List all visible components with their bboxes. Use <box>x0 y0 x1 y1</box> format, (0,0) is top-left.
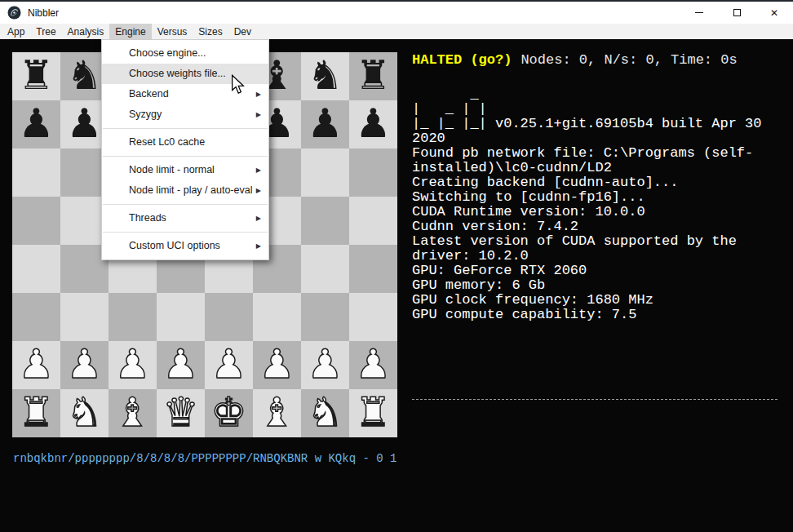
menu-item-label: Custom UCI options <box>129 240 220 251</box>
engine-status-halted: HALTED (go?) <box>412 52 512 68</box>
square-b2[interactable]: ♟ <box>60 341 109 389</box>
square-f3[interactable] <box>253 293 301 341</box>
square-h6[interactable] <box>349 149 397 197</box>
piece-white-knight: ♞ <box>301 389 349 437</box>
square-g8[interactable]: ♞ <box>301 52 349 100</box>
square-g7[interactable]: ♟ <box>301 100 349 149</box>
piece-white-pawn: ♟ <box>253 341 301 388</box>
menu-item-syzygy[interactable]: Syzygy▶ <box>102 104 268 125</box>
close-button[interactable]: ✕ <box>755 2 793 24</box>
square-h5[interactable] <box>349 197 397 245</box>
square-a5[interactable] <box>12 197 60 245</box>
piece-white-pawn: ♟ <box>205 341 253 388</box>
square-a6[interactable] <box>12 149 60 197</box>
maximize-button[interactable] <box>718 2 755 24</box>
menu-item-reset-lc0-cache[interactable]: Reset Lc0 cache <box>102 132 268 153</box>
square-b3[interactable] <box>60 293 109 341</box>
square-h1[interactable]: ♜ <box>349 389 397 437</box>
square-h7[interactable]: ♟ <box>349 100 397 149</box>
menu-item-label: Backend <box>129 88 169 100</box>
piece-white-rook: ♜ <box>12 389 60 437</box>
square-c3[interactable] <box>109 293 157 341</box>
menu-item-node-limit-play-autoeval[interactable]: Node limit - play / auto-eval▶ <box>102 180 268 201</box>
menubar-item-tree[interactable]: Tree <box>30 24 61 39</box>
square-a3[interactable] <box>12 293 60 341</box>
menubar-item-sizes[interactable]: Sizes <box>193 24 228 39</box>
square-e2[interactable]: ♟ <box>205 341 253 389</box>
square-f2[interactable]: ♟ <box>253 341 301 389</box>
square-a1[interactable]: ♜ <box>12 389 60 437</box>
menu-item-label: Node limit - play / auto-eval <box>129 184 252 196</box>
square-g2[interactable]: ♟ <box>301 341 349 389</box>
mouse-cursor-icon <box>231 74 245 95</box>
piece-black-pawn: ♟ <box>301 100 349 148</box>
square-a2[interactable]: ♟ <box>12 341 60 389</box>
nibbler-app-icon <box>7 6 21 20</box>
piece-black-rook: ♜ <box>349 52 397 100</box>
menubar-item-dev[interactable]: Dev <box>228 24 257 39</box>
main-content: ♜♞♝♛♚♝♞♜♟♟♟♟♟♟♟♟♟♟♟♟♟♟♟♟♜♞♝♛♚♝♞♜ HALTED … <box>0 39 793 532</box>
menu-separator <box>103 204 268 205</box>
square-g5[interactable] <box>301 197 349 245</box>
menubar-item-analysis[interactable]: Analysis <box>62 24 110 39</box>
square-a7[interactable]: ♟ <box>12 100 60 149</box>
piece-white-bishop: ♝ <box>253 389 301 437</box>
info-divider <box>412 399 777 400</box>
piece-white-king: ♚ <box>205 389 253 437</box>
piece-black-knight: ♞ <box>301 52 349 100</box>
square-c1[interactable]: ♝ <box>109 389 157 437</box>
piece-black-rook: ♜ <box>12 52 60 100</box>
submenu-arrow-icon: ▶ <box>256 160 261 180</box>
menu-item-label: Threads <box>129 212 166 224</box>
square-d1[interactable]: ♛ <box>157 389 205 437</box>
piece-white-pawn: ♟ <box>60 341 109 388</box>
menu-item-label: Syzygy <box>129 109 162 120</box>
piece-white-queen: ♛ <box>157 389 205 437</box>
square-f1[interactable]: ♝ <box>253 389 301 437</box>
window-title: Nibbler <box>28 7 59 19</box>
menu-item-label: Node limit - normal <box>129 164 215 175</box>
piece-white-rook: ♜ <box>349 389 397 437</box>
square-a8[interactable]: ♜ <box>12 52 60 100</box>
submenu-arrow-icon: ▶ <box>256 236 261 256</box>
submenu-arrow-icon: ▶ <box>256 208 261 228</box>
piece-white-knight: ♞ <box>60 389 109 437</box>
menu-separator <box>103 232 268 233</box>
title-bar: Nibbler ✕ <box>0 0 793 24</box>
submenu-arrow-icon: ▶ <box>256 84 261 104</box>
piece-black-pawn: ♟ <box>12 100 60 148</box>
square-d3[interactable] <box>157 293 205 341</box>
square-g3[interactable] <box>301 293 349 341</box>
square-e3[interactable] <box>205 293 253 341</box>
menubar-item-versus[interactable]: Versus <box>152 24 193 39</box>
square-b1[interactable]: ♞ <box>60 389 109 437</box>
minimize-button[interactable] <box>680 2 718 24</box>
close-icon: ✕ <box>770 8 778 18</box>
piece-white-pawn: ♟ <box>349 341 397 388</box>
square-h2[interactable]: ♟ <box>349 341 397 389</box>
piece-white-pawn: ♟ <box>157 341 205 388</box>
menu-item-node-limit-normal[interactable]: Node limit - normal▶ <box>102 160 268 180</box>
square-c2[interactable]: ♟ <box>109 341 157 389</box>
menu-item-choose-engine[interactable]: Choose engine... <box>102 43 268 64</box>
square-h8[interactable]: ♜ <box>349 52 397 100</box>
square-h3[interactable] <box>349 293 397 341</box>
menubar-item-app[interactable]: App <box>2 24 30 39</box>
menu-item-custom-uci-options[interactable]: Custom UCI options▶ <box>102 236 268 256</box>
minimize-icon <box>695 12 703 13</box>
menu-item-threads[interactable]: Threads▶ <box>102 208 268 228</box>
piece-white-pawn: ♟ <box>301 341 349 388</box>
square-g1[interactable]: ♞ <box>301 389 349 437</box>
piece-white-pawn: ♟ <box>12 341 60 388</box>
piece-black-pawn: ♟ <box>349 100 397 148</box>
square-e1[interactable]: ♚ <box>205 389 253 437</box>
menu-bar: App Tree Analysis Engine Versus Sizes De… <box>0 24 793 39</box>
square-a4[interactable] <box>12 245 60 293</box>
square-g6[interactable] <box>301 149 349 197</box>
square-h4[interactable] <box>349 245 397 293</box>
piece-white-bishop: ♝ <box>109 389 157 437</box>
square-d2[interactable]: ♟ <box>157 341 205 389</box>
menubar-item-engine[interactable]: Engine <box>109 24 151 39</box>
square-g4[interactable] <box>301 245 349 293</box>
fen-text: rnbqkbnr/pppppppp/8/8/8/8/PPPPPPPP/RNBQK… <box>13 452 396 466</box>
